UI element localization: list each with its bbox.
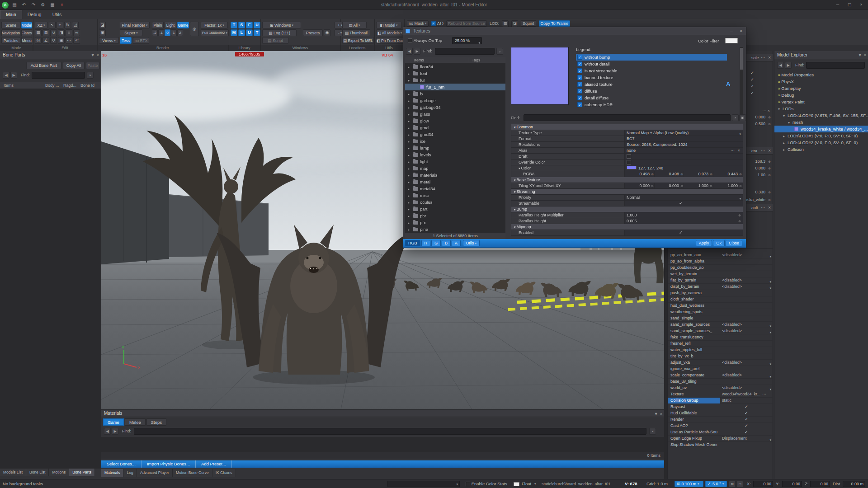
channel-button-rgb[interactable]: RGB bbox=[405, 240, 420, 246]
ao-toggle[interactable]: ✓AO bbox=[431, 21, 443, 26]
model-tree-item[interactable]: ▸Collision bbox=[774, 146, 868, 153]
snap-icon[interactable]: ▦ bbox=[35, 29, 42, 36]
legend-item[interactable]: ✓is not streamable bbox=[576, 67, 727, 74]
windows-dropdown[interactable]: ⊞ Windows▾ bbox=[262, 22, 301, 28]
surface-property-row[interactable]: sand_simple_sources_<disabled>▾ bbox=[668, 328, 773, 334]
surface-property-row[interactable]: sand_simple_sources<disabled>▾ bbox=[668, 322, 773, 328]
more-icon[interactable]: ⋯ bbox=[731, 148, 735, 153]
model-tree-item[interactable]: »PhysX bbox=[774, 78, 868, 85]
property-section-common[interactable]: ▾ Common bbox=[511, 124, 743, 130]
spinner-icon[interactable]: ⊕ bbox=[768, 174, 771, 177]
tessellation-toggle[interactable]: Tess bbox=[120, 37, 132, 44]
history-icon[interactable]: ↶ bbox=[73, 37, 80, 44]
expander-icon[interactable]: ▸ bbox=[783, 133, 788, 139]
legend-checkbox[interactable]: ✓ bbox=[577, 68, 582, 73]
value-cell[interactable]: 0.000⊕ bbox=[654, 183, 684, 188]
value-cell[interactable]: 1.000⊕ bbox=[713, 183, 742, 188]
legend-checkbox[interactable]: ✓ bbox=[577, 55, 582, 60]
model-tree-item[interactable]: »Gameplay bbox=[774, 85, 868, 92]
materials-list[interactable] bbox=[101, 437, 664, 452]
enable-color-stats-checkbox[interactable] bbox=[466, 482, 470, 486]
spinner-icon[interactable]: ⊕ bbox=[768, 167, 771, 170]
surface-property-row[interactable]: pp_doubleside_ao bbox=[668, 265, 773, 271]
surface-property-row[interactable]: push_by_camera bbox=[668, 290, 773, 296]
legend-item[interactable]: ✓aliased texture bbox=[576, 81, 727, 88]
surface-property-row[interactable]: Render✓ bbox=[668, 417, 773, 423]
expander-icon[interactable]: ▾ bbox=[788, 119, 793, 126]
expander-icon[interactable]: ▾ bbox=[783, 113, 788, 119]
shading-mode-icon[interactable]: ◪ bbox=[99, 22, 106, 28]
clear-icon[interactable]: × bbox=[738, 148, 740, 153]
window-minimize-icon[interactable]: ─ bbox=[730, 27, 733, 35]
texture-tree-item[interactable]: ▾fur bbox=[405, 77, 505, 84]
model-tree-item[interactable]: ▾mesh bbox=[774, 119, 868, 126]
mode-button-flares[interactable]: Flares bbox=[21, 29, 32, 36]
always-on-top-toggle[interactable]: Always On Top bbox=[408, 38, 442, 43]
model-tree-item[interactable]: »Model Properties bbox=[774, 71, 868, 78]
layout-icon[interactable]: ▤ bbox=[11, 1, 18, 9]
utils-model[interactable]: ◧ Model▾ bbox=[376, 22, 401, 28]
locations-export-to-mel[interactable]: ▤ Export To MEL bbox=[342, 37, 374, 44]
surface-property-row[interactable]: fresnel_refl bbox=[668, 341, 773, 347]
menu-tab-debug[interactable]: Debug bbox=[22, 10, 47, 19]
tab-models-list[interactable]: Models List bbox=[0, 469, 26, 476]
script-button[interactable]: ▤ Script bbox=[262, 37, 288, 44]
legend-scrollbar[interactable] bbox=[740, 47, 743, 115]
model-tree-item[interactable]: »Vertex Paint bbox=[774, 99, 868, 105]
texture-tree-item[interactable]: ▸misc bbox=[405, 192, 505, 199]
column-options-icon[interactable]: ⌄ bbox=[496, 48, 503, 55]
status-combo[interactable]: ▾ bbox=[387, 481, 460, 487]
spinner-icon[interactable]: ⊕ bbox=[738, 219, 741, 224]
close-panel-icon[interactable]: × bbox=[660, 410, 662, 418]
spinner-icon[interactable]: ⊕ bbox=[710, 183, 712, 189]
close-button[interactable]: × bbox=[855, 0, 867, 9]
more-icon[interactable]: ⋯ bbox=[761, 147, 765, 155]
utils-all-models[interactable]: ◧ All Models▾ bbox=[376, 29, 403, 36]
wireframe-icon[interactable]: ▣ bbox=[99, 29, 106, 36]
camera-icon[interactable]: ◎ bbox=[190, 22, 199, 36]
expander-icon[interactable]: ▸ bbox=[783, 140, 788, 146]
action-button-close[interactable]: Close bbox=[726, 240, 742, 246]
texture-tree-item[interactable]: ▸grnd bbox=[405, 124, 505, 131]
color-swatch[interactable] bbox=[514, 482, 519, 486]
float-mode-label[interactable]: Float bbox=[522, 479, 531, 488]
surface-property-row[interactable]: world_uv<disabled>▾ bbox=[668, 385, 773, 391]
channel-button-g[interactable]: G bbox=[431, 240, 441, 246]
channel-button-b[interactable]: B bbox=[442, 240, 451, 246]
model-tree-item[interactable]: ▾LODs bbox=[774, 105, 868, 112]
value-cell[interactable]: 0.443⊕ bbox=[713, 171, 742, 177]
spinner-icon[interactable]: ⊕ bbox=[768, 160, 771, 164]
tab-motions[interactable]: Motions bbox=[49, 469, 69, 476]
more-icon[interactable]: ⋯ bbox=[66, 37, 72, 44]
bottom-tab-log[interactable]: Log bbox=[123, 469, 137, 477]
bottom-tab-motion-bone-curve[interactable]: Motion Bone Curve bbox=[173, 469, 212, 477]
close-doc-icon[interactable]: × bbox=[58, 1, 66, 9]
texture-preview[interactable] bbox=[511, 47, 569, 105]
legend-checkbox[interactable]: ✓ bbox=[577, 102, 582, 107]
texture-tree-item[interactable]: ▸levels bbox=[405, 151, 505, 158]
texture-tree-item[interactable]: ▸pine bbox=[405, 226, 505, 233]
property-checkbox[interactable] bbox=[627, 160, 631, 164]
shading-button-light[interactable]: Light bbox=[165, 22, 176, 28]
texture-tree-item[interactable]: ▸glow bbox=[405, 117, 505, 124]
nav-back-icon[interactable]: ◀ bbox=[777, 62, 784, 69]
more-icon[interactable]: ⋯ bbox=[761, 204, 765, 211]
rotate-icon[interactable]: ↻ bbox=[64, 22, 71, 28]
model-tree-item[interactable]: ▸LODs\LOD#1 (V:0, F:0, SV: 0, SF: 0) bbox=[774, 132, 868, 139]
locations-thumbnail[interactable]: ▤ Thumbnail bbox=[342, 29, 370, 36]
add-bone-part-button[interactable]: Add Bone Part bbox=[26, 62, 61, 69]
float-caret-icon[interactable]: ▾ bbox=[534, 479, 536, 488]
grid-snap-icon[interactable]: ⊞ bbox=[42, 29, 49, 36]
value-cell[interactable]: 0.973⊕ bbox=[684, 171, 713, 177]
zoom-select[interactable]: 25.00 %▾ bbox=[452, 37, 482, 44]
property-find-input[interactable] bbox=[524, 114, 731, 121]
column-header-1[interactable]: Body ... bbox=[45, 82, 59, 89]
action-button-apply[interactable]: Apply bbox=[696, 240, 712, 246]
bottom-tab-materials[interactable]: Materials bbox=[101, 469, 123, 477]
maximize-button[interactable]: ▢ bbox=[844, 0, 855, 9]
legend-item[interactable]: ✓detail diffuse bbox=[576, 94, 727, 101]
legend-checkbox[interactable]: ✓ bbox=[577, 89, 582, 94]
x-coordinate-field[interactable]: 0.00 bbox=[753, 481, 773, 487]
legend-checkbox[interactable]: ✓ bbox=[577, 75, 582, 80]
surface-property-row[interactable]: ignore_vxa_aref bbox=[668, 366, 773, 372]
